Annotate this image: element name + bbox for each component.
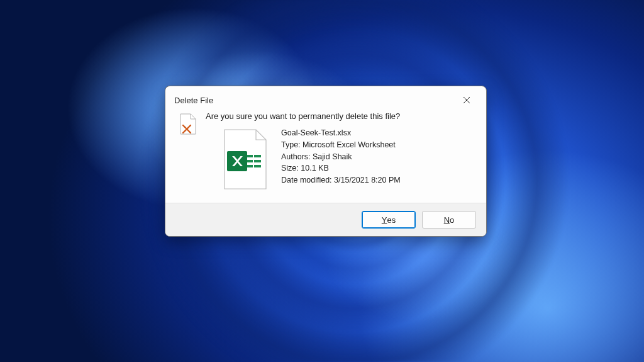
no-button[interactable]: No xyxy=(422,211,476,229)
close-button[interactable] xyxy=(456,91,477,109)
delete-file-dialog: Delete File Are you sure you want to per… xyxy=(165,86,487,237)
yes-button[interactable]: Yes xyxy=(362,211,416,229)
file-details: Goal-Seek-Test.xlsx Type: Microsoft Exce… xyxy=(281,127,474,194)
file-name: Goal-Seek-Test.xlsx xyxy=(281,127,474,139)
file-type: Type: Microsoft Excel Worksheet xyxy=(281,139,474,151)
file-modified: Date modified: 3/15/2021 8:20 PM xyxy=(281,174,474,186)
file-info-row: Goal-Seek-Test.xlsx Type: Microsoft Exce… xyxy=(206,127,474,194)
file-authors: Authors: Sajid Shaik xyxy=(281,151,474,163)
delete-warning-icon xyxy=(178,111,198,194)
file-size: Size: 10.1 KB xyxy=(281,162,474,174)
dialog-content: Are you sure you want to permanently del… xyxy=(206,111,474,194)
excel-file-icon xyxy=(221,127,270,194)
dialog-title-bar[interactable]: Delete File xyxy=(165,86,486,109)
dialog-body: Are you sure you want to permanently del… xyxy=(165,109,486,203)
confirmation-question: Are you sure you want to permanently del… xyxy=(206,111,474,121)
svg-rect-7 xyxy=(253,154,254,169)
dialog-button-bar: Yes No xyxy=(165,203,486,236)
close-icon xyxy=(463,96,470,104)
dialog-title: Delete File xyxy=(174,96,213,105)
